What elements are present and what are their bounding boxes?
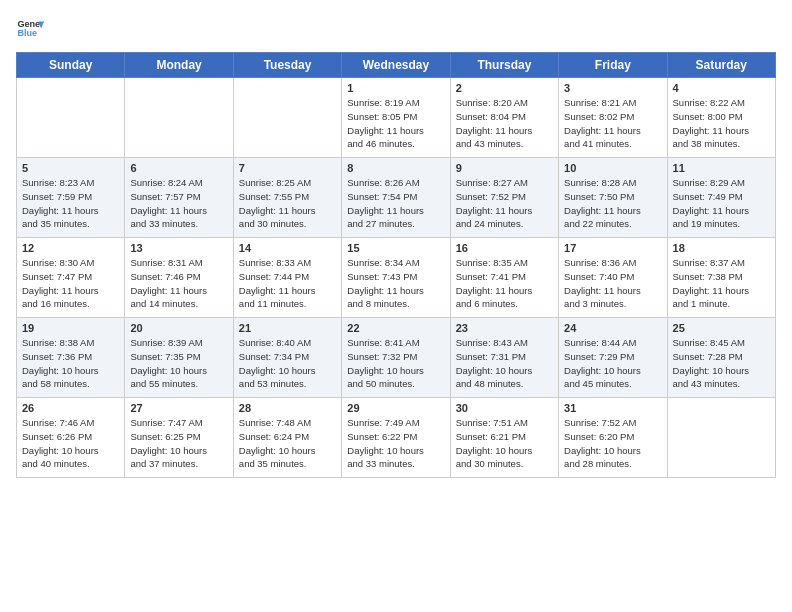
column-header-tuesday: Tuesday bbox=[233, 53, 341, 78]
day-info: Sunrise: 8:20 AM Sunset: 8:04 PM Dayligh… bbox=[456, 96, 553, 151]
day-cell bbox=[233, 78, 341, 158]
day-number: 7 bbox=[239, 162, 336, 174]
day-number: 21 bbox=[239, 322, 336, 334]
day-info: Sunrise: 8:33 AM Sunset: 7:44 PM Dayligh… bbox=[239, 256, 336, 311]
day-number: 29 bbox=[347, 402, 444, 414]
day-number: 11 bbox=[673, 162, 770, 174]
day-cell: 23Sunrise: 8:43 AM Sunset: 7:31 PM Dayli… bbox=[450, 318, 558, 398]
day-cell bbox=[17, 78, 125, 158]
week-row-4: 19Sunrise: 8:38 AM Sunset: 7:36 PM Dayli… bbox=[17, 318, 776, 398]
day-cell: 6Sunrise: 8:24 AM Sunset: 7:57 PM Daylig… bbox=[125, 158, 233, 238]
day-info: Sunrise: 7:47 AM Sunset: 6:25 PM Dayligh… bbox=[130, 416, 227, 471]
day-number: 13 bbox=[130, 242, 227, 254]
day-info: Sunrise: 8:23 AM Sunset: 7:59 PM Dayligh… bbox=[22, 176, 119, 231]
column-header-sunday: Sunday bbox=[17, 53, 125, 78]
day-number: 31 bbox=[564, 402, 661, 414]
day-cell: 12Sunrise: 8:30 AM Sunset: 7:47 PM Dayli… bbox=[17, 238, 125, 318]
day-cell: 27Sunrise: 7:47 AM Sunset: 6:25 PM Dayli… bbox=[125, 398, 233, 478]
day-number: 18 bbox=[673, 242, 770, 254]
day-cell: 14Sunrise: 8:33 AM Sunset: 7:44 PM Dayli… bbox=[233, 238, 341, 318]
day-number: 25 bbox=[673, 322, 770, 334]
day-cell: 30Sunrise: 7:51 AM Sunset: 6:21 PM Dayli… bbox=[450, 398, 558, 478]
day-cell: 29Sunrise: 7:49 AM Sunset: 6:22 PM Dayli… bbox=[342, 398, 450, 478]
day-number: 6 bbox=[130, 162, 227, 174]
day-cell: 9Sunrise: 8:27 AM Sunset: 7:52 PM Daylig… bbox=[450, 158, 558, 238]
day-cell: 13Sunrise: 8:31 AM Sunset: 7:46 PM Dayli… bbox=[125, 238, 233, 318]
day-info: Sunrise: 8:27 AM Sunset: 7:52 PM Dayligh… bbox=[456, 176, 553, 231]
calendar: SundayMondayTuesdayWednesdayThursdayFrid… bbox=[16, 52, 776, 478]
day-info: Sunrise: 8:44 AM Sunset: 7:29 PM Dayligh… bbox=[564, 336, 661, 391]
logo: General Blue bbox=[16, 16, 44, 44]
day-info: Sunrise: 8:19 AM Sunset: 8:05 PM Dayligh… bbox=[347, 96, 444, 151]
day-number: 28 bbox=[239, 402, 336, 414]
day-number: 17 bbox=[564, 242, 661, 254]
day-info: Sunrise: 7:52 AM Sunset: 6:20 PM Dayligh… bbox=[564, 416, 661, 471]
day-cell: 25Sunrise: 8:45 AM Sunset: 7:28 PM Dayli… bbox=[667, 318, 775, 398]
day-number: 20 bbox=[130, 322, 227, 334]
day-info: Sunrise: 8:30 AM Sunset: 7:47 PM Dayligh… bbox=[22, 256, 119, 311]
day-info: Sunrise: 8:24 AM Sunset: 7:57 PM Dayligh… bbox=[130, 176, 227, 231]
day-number: 16 bbox=[456, 242, 553, 254]
day-cell: 16Sunrise: 8:35 AM Sunset: 7:41 PM Dayli… bbox=[450, 238, 558, 318]
day-info: Sunrise: 8:29 AM Sunset: 7:49 PM Dayligh… bbox=[673, 176, 770, 231]
day-number: 19 bbox=[22, 322, 119, 334]
day-number: 4 bbox=[673, 82, 770, 94]
day-info: Sunrise: 8:31 AM Sunset: 7:46 PM Dayligh… bbox=[130, 256, 227, 311]
day-cell: 24Sunrise: 8:44 AM Sunset: 7:29 PM Dayli… bbox=[559, 318, 667, 398]
day-cell: 26Sunrise: 7:46 AM Sunset: 6:26 PM Dayli… bbox=[17, 398, 125, 478]
day-number: 30 bbox=[456, 402, 553, 414]
day-cell bbox=[125, 78, 233, 158]
day-number: 1 bbox=[347, 82, 444, 94]
day-cell: 2Sunrise: 8:20 AM Sunset: 8:04 PM Daylig… bbox=[450, 78, 558, 158]
day-info: Sunrise: 8:35 AM Sunset: 7:41 PM Dayligh… bbox=[456, 256, 553, 311]
day-number: 24 bbox=[564, 322, 661, 334]
day-cell: 18Sunrise: 8:37 AM Sunset: 7:38 PM Dayli… bbox=[667, 238, 775, 318]
day-number: 12 bbox=[22, 242, 119, 254]
day-info: Sunrise: 8:43 AM Sunset: 7:31 PM Dayligh… bbox=[456, 336, 553, 391]
day-info: Sunrise: 8:37 AM Sunset: 7:38 PM Dayligh… bbox=[673, 256, 770, 311]
svg-text:Blue: Blue bbox=[17, 28, 37, 38]
day-number: 14 bbox=[239, 242, 336, 254]
day-cell: 7Sunrise: 8:25 AM Sunset: 7:55 PM Daylig… bbox=[233, 158, 341, 238]
column-header-friday: Friday bbox=[559, 53, 667, 78]
day-cell: 5Sunrise: 8:23 AM Sunset: 7:59 PM Daylig… bbox=[17, 158, 125, 238]
day-info: Sunrise: 8:41 AM Sunset: 7:32 PM Dayligh… bbox=[347, 336, 444, 391]
column-header-saturday: Saturday bbox=[667, 53, 775, 78]
day-cell: 22Sunrise: 8:41 AM Sunset: 7:32 PM Dayli… bbox=[342, 318, 450, 398]
days-header-row: SundayMondayTuesdayWednesdayThursdayFrid… bbox=[17, 53, 776, 78]
day-info: Sunrise: 8:28 AM Sunset: 7:50 PM Dayligh… bbox=[564, 176, 661, 231]
day-info: Sunrise: 7:46 AM Sunset: 6:26 PM Dayligh… bbox=[22, 416, 119, 471]
week-row-5: 26Sunrise: 7:46 AM Sunset: 6:26 PM Dayli… bbox=[17, 398, 776, 478]
day-number: 9 bbox=[456, 162, 553, 174]
day-number: 8 bbox=[347, 162, 444, 174]
day-cell bbox=[667, 398, 775, 478]
day-info: Sunrise: 8:25 AM Sunset: 7:55 PM Dayligh… bbox=[239, 176, 336, 231]
day-cell: 28Sunrise: 7:48 AM Sunset: 6:24 PM Dayli… bbox=[233, 398, 341, 478]
day-cell: 11Sunrise: 8:29 AM Sunset: 7:49 PM Dayli… bbox=[667, 158, 775, 238]
day-cell: 21Sunrise: 8:40 AM Sunset: 7:34 PM Dayli… bbox=[233, 318, 341, 398]
day-number: 3 bbox=[564, 82, 661, 94]
day-info: Sunrise: 8:39 AM Sunset: 7:35 PM Dayligh… bbox=[130, 336, 227, 391]
day-number: 5 bbox=[22, 162, 119, 174]
day-info: Sunrise: 8:22 AM Sunset: 8:00 PM Dayligh… bbox=[673, 96, 770, 151]
week-row-2: 5Sunrise: 8:23 AM Sunset: 7:59 PM Daylig… bbox=[17, 158, 776, 238]
week-row-1: 1Sunrise: 8:19 AM Sunset: 8:05 PM Daylig… bbox=[17, 78, 776, 158]
day-info: Sunrise: 8:40 AM Sunset: 7:34 PM Dayligh… bbox=[239, 336, 336, 391]
day-cell: 17Sunrise: 8:36 AM Sunset: 7:40 PM Dayli… bbox=[559, 238, 667, 318]
day-cell: 8Sunrise: 8:26 AM Sunset: 7:54 PM Daylig… bbox=[342, 158, 450, 238]
day-info: Sunrise: 7:49 AM Sunset: 6:22 PM Dayligh… bbox=[347, 416, 444, 471]
day-number: 26 bbox=[22, 402, 119, 414]
day-cell: 15Sunrise: 8:34 AM Sunset: 7:43 PM Dayli… bbox=[342, 238, 450, 318]
day-number: 23 bbox=[456, 322, 553, 334]
logo-icon: General Blue bbox=[16, 16, 44, 44]
day-number: 22 bbox=[347, 322, 444, 334]
header: General Blue bbox=[16, 16, 776, 44]
day-info: Sunrise: 8:34 AM Sunset: 7:43 PM Dayligh… bbox=[347, 256, 444, 311]
day-number: 2 bbox=[456, 82, 553, 94]
day-number: 27 bbox=[130, 402, 227, 414]
day-cell: 20Sunrise: 8:39 AM Sunset: 7:35 PM Dayli… bbox=[125, 318, 233, 398]
column-header-thursday: Thursday bbox=[450, 53, 558, 78]
day-cell: 3Sunrise: 8:21 AM Sunset: 8:02 PM Daylig… bbox=[559, 78, 667, 158]
day-info: Sunrise: 7:48 AM Sunset: 6:24 PM Dayligh… bbox=[239, 416, 336, 471]
day-info: Sunrise: 8:26 AM Sunset: 7:54 PM Dayligh… bbox=[347, 176, 444, 231]
